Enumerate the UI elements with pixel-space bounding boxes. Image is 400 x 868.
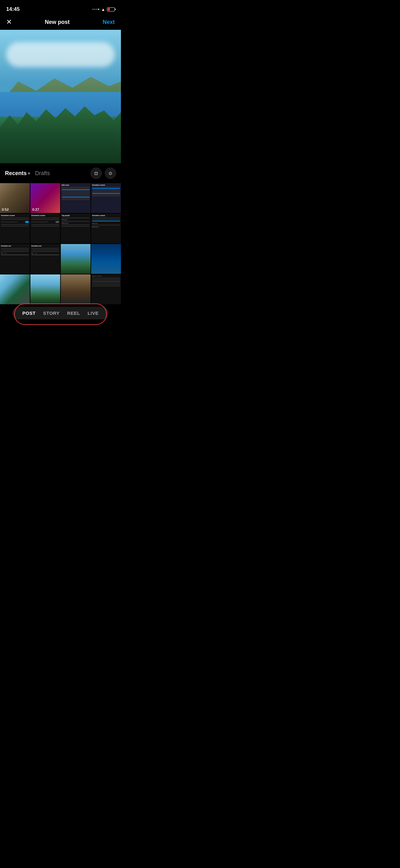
tab-story[interactable]: STORY — [43, 310, 60, 316]
chevron-down-icon: ▾ — [28, 171, 30, 176]
screenshot-content: Edit cover — [62, 184, 90, 186]
tabs-right: ⊡ ⊙ — [91, 168, 116, 179]
photo-cell[interactable] — [61, 274, 91, 304]
photo-cell[interactable] — [61, 244, 91, 274]
tab-post[interactable]: POST — [22, 310, 36, 316]
close-button[interactable]: ✕ — [6, 18, 12, 26]
photo-cell-screenshot[interactable]: Tag people Add topics Add location — [61, 214, 91, 243]
next-button[interactable]: Next — [103, 19, 115, 26]
video-duration: 0:52 — [2, 208, 9, 211]
signal-icon — [92, 9, 99, 10]
photo-cell-screenshot[interactable]: Schedule reel Mon ↔ 00 — [0, 244, 30, 274]
screenshot-content: Schedule content — [92, 184, 120, 186]
tab-live[interactable]: LIVE — [88, 310, 99, 316]
photo-cell-screenshot[interactable]: Edit cover — [61, 183, 91, 213]
photo-cell-screenshot[interactable]: Schedule reel Mon ↔ 00 — [30, 244, 60, 274]
multi-select-icon: ⊡ — [94, 171, 98, 176]
photo-cell-screenshot[interactable]: Scheduled content — [30, 214, 60, 243]
status-bar: 14:45 ▲ — [0, 0, 121, 16]
photo-cell[interactable] — [30, 274, 60, 304]
tab-drafts[interactable]: Drafts — [35, 170, 50, 177]
photo-cell[interactable]: 0:52 — [0, 183, 30, 213]
screenshot-content: Tag people — [62, 215, 90, 216]
status-icons: ▲ — [92, 7, 115, 12]
bottom-bar-container: POST STORY REEL LIVE — [0, 307, 121, 325]
status-time: 14:45 — [6, 6, 20, 12]
wifi-icon: ▲ — [101, 7, 105, 12]
photo-cell[interactable] — [91, 244, 121, 274]
photo-cell[interactable]: 0:27 — [30, 183, 60, 213]
section-tabs: Recents ▾ Drafts ⊡ ⊙ — [0, 163, 121, 183]
page-title: New post — [45, 19, 69, 26]
photo-cell-screenshot[interactable]: Scheduled content — [0, 214, 30, 243]
tab-recents[interactable]: Recents ▾ — [5, 170, 30, 177]
bottom-tab-bar: POST STORY REEL LIVE — [12, 307, 108, 319]
multi-select-button[interactable]: ⊡ — [91, 168, 102, 179]
camera-button[interactable]: ⊙ — [105, 168, 116, 179]
tab-reel[interactable]: REEL — [67, 310, 80, 316]
tabs-left: Recents ▾ Drafts — [5, 170, 50, 177]
nav-bar: ✕ New post Next — [0, 16, 121, 30]
photo-cell-screenshot[interactable]: Schedule content Edit cover Add location — [91, 214, 121, 243]
battery-icon — [107, 7, 115, 11]
photo-cell-screenshot[interactable]: Schedule content — [91, 183, 121, 213]
camera-icon: ⊙ — [108, 171, 112, 176]
photo-cell[interactable] — [0, 274, 30, 304]
screenshot-content: Schedule content — [92, 215, 120, 216]
photo-cell-screenshot[interactable]: Recents • Drafts — [91, 274, 121, 304]
main-preview-image — [0, 30, 121, 163]
video-duration: 0:27 — [32, 208, 39, 211]
photo-grid: 0:52 0:27 Edit cover Schedule content — [0, 183, 121, 304]
screenshot-content: Scheduled content — [31, 215, 59, 216]
screenshot-content: Scheduled content — [1, 215, 29, 216]
